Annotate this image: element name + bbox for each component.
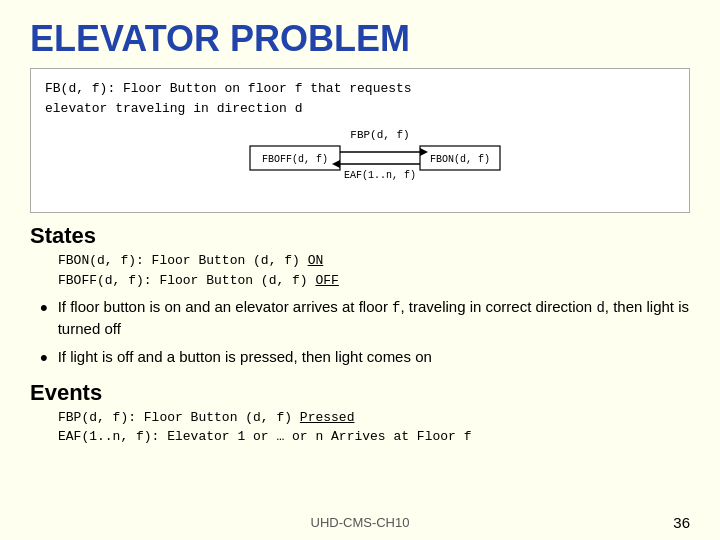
bullet1: • If floor button is on and an elevator …: [40, 296, 690, 340]
event2: EAF(1..n, f): Elevator 1 or … or n Arriv…: [58, 427, 690, 447]
bullet1-text: If floor button is on and an elevator ar…: [58, 296, 690, 340]
state2-off: OFF: [315, 273, 338, 288]
eaf-label: EAF(1..n, f): [344, 170, 416, 181]
footer-num: 36: [673, 514, 690, 531]
states-heading: States: [30, 223, 690, 249]
bullet1-d: d: [596, 300, 604, 316]
bullet2-text: If light is off and a button is pressed,…: [58, 346, 432, 368]
events-heading: Events: [30, 380, 690, 406]
bullet1-f: f: [392, 300, 400, 316]
bullet2-dot: •: [40, 343, 48, 374]
fbon-box-label: FBON(d, f): [430, 154, 490, 165]
footer-text: UHD-CMS-CH10: [0, 515, 720, 530]
description-line1: FB(d, f): Floor Button on floor f that r…: [45, 79, 675, 99]
state1: FBON(d, f): Floor Button (d, f) ON: [58, 251, 690, 271]
description-line2: elevator traveling in direction d: [45, 99, 675, 119]
bullet2: • If light is off and a button is presse…: [40, 346, 690, 374]
states-content: FBON(d, f): Floor Button (d, f) ON FBOFF…: [58, 251, 690, 290]
bullet1-dot: •: [40, 293, 48, 324]
events-content: FBP(d, f): Floor Button (d, f) Pressed E…: [58, 408, 690, 447]
state1-on: ON: [308, 253, 324, 268]
fbp-label: FBP(d, f): [350, 129, 409, 141]
diagram-svg: FBP(d, f) FBOFF(d, f) FBON(d, f) EAF(1..…: [190, 126, 530, 196]
slide: ELEVATOR PROBLEM FB(d, f): Floor Button …: [0, 0, 720, 540]
event1: FBP(d, f): Floor Button (d, f) Pressed: [58, 408, 690, 428]
state-diagram: FBP(d, f) FBOFF(d, f) FBON(d, f) EAF(1..…: [45, 126, 675, 196]
event1-pressed: Pressed: [300, 410, 355, 425]
content-box: FB(d, f): Floor Button on floor f that r…: [30, 68, 690, 213]
fboff-box-label: FBOFF(d, f): [262, 154, 328, 165]
state2: FBOFF(d, f): Floor Button (d, f) OFF: [58, 271, 690, 291]
footer: UHD-CMS-CH10 36: [0, 515, 720, 530]
slide-title: ELEVATOR PROBLEM: [30, 18, 690, 60]
